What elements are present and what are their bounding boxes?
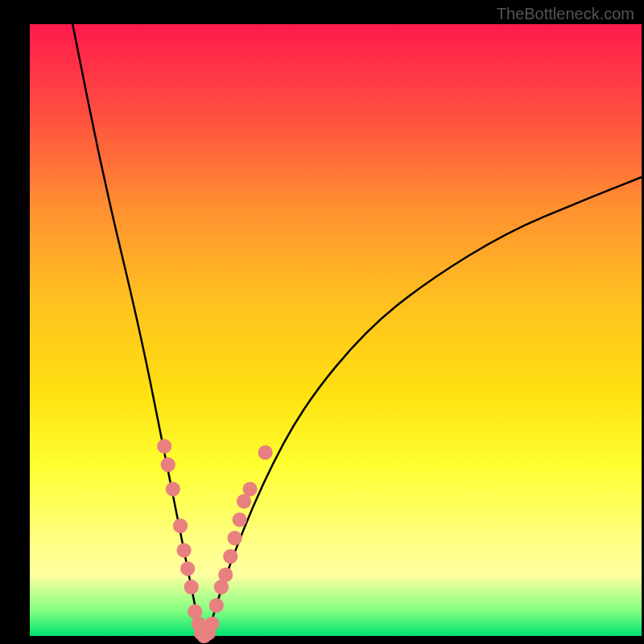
data-marker bbox=[176, 543, 191, 557]
data-marker bbox=[227, 530, 242, 545]
data-marker bbox=[218, 568, 233, 582]
data-marker bbox=[173, 518, 188, 533]
data-marker bbox=[223, 549, 237, 564]
data-marker bbox=[161, 457, 175, 472]
data-marker bbox=[166, 481, 180, 496]
data-marker bbox=[184, 580, 199, 594]
data-marker bbox=[233, 512, 247, 526]
watermark-text: TheBottleneck.com bbox=[497, 5, 634, 23]
chart-plot-area bbox=[30, 24, 642, 636]
data-marker bbox=[209, 598, 224, 613]
data-marker bbox=[157, 439, 171, 453]
curve-right bbox=[207, 177, 642, 636]
data-marker bbox=[180, 561, 195, 576]
data-marker bbox=[242, 481, 257, 496]
data-marker bbox=[258, 445, 272, 460]
data-marker bbox=[204, 617, 219, 631]
chart-svg bbox=[30, 24, 642, 636]
